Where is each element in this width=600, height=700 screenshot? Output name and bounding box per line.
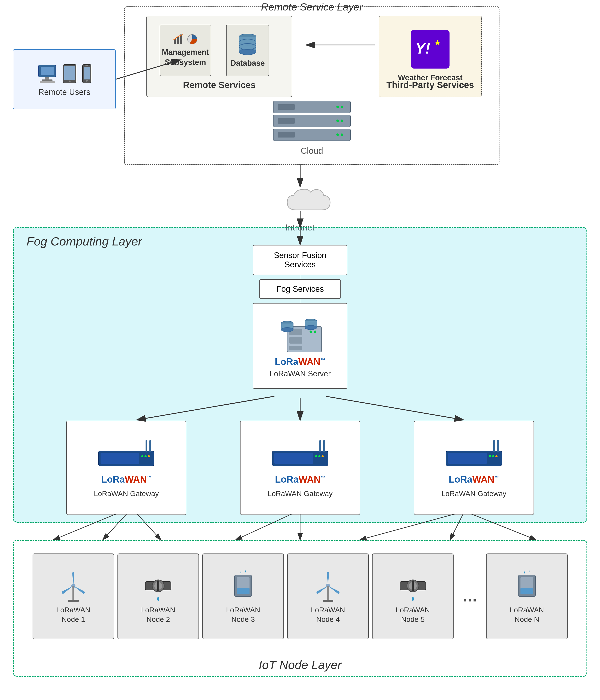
- ellipsis: …: [457, 553, 483, 639]
- sensor-fusion-box: Sensor FusionServices: [253, 245, 347, 275]
- remote-service-layer-label: Remote Service Layer: [261, 1, 363, 13]
- node-box-3: LoRaWANNode 3: [202, 553, 284, 639]
- sensor-fusion-label: Sensor FusionServices: [274, 251, 326, 269]
- mgmt-label: ManagementSubsystem: [162, 47, 209, 68]
- svg-point-65: [489, 455, 491, 457]
- rain-sensor-icon-3: [226, 569, 260, 603]
- svg-rect-57: [323, 440, 325, 452]
- svg-point-52: [144, 455, 147, 457]
- node-box-5: LoRaWANNode 5: [372, 553, 454, 639]
- node-row: LoRaWANNode 1 LoRaWANNode 2: [14, 553, 586, 639]
- flow-sensor-icon-5: [396, 569, 430, 603]
- rain-sensor-icon-n: [510, 569, 544, 603]
- wind-sensor-icon-4: [311, 569, 345, 603]
- svg-rect-80: [322, 600, 333, 602]
- svg-rect-1: [41, 67, 54, 75]
- desktop-icon: [37, 64, 58, 83]
- lorawan-brand-gw1: LoRaWAN™: [101, 474, 151, 485]
- svg-rect-69: [72, 586, 74, 601]
- remote-users-label: Remote Users: [39, 88, 91, 97]
- svg-rect-13: [177, 36, 179, 44]
- svg-rect-38: [289, 346, 302, 350]
- connector1: [300, 275, 300, 279]
- yahoo-logo: Y! ★: [411, 30, 450, 69]
- svg-text:Y!: Y!: [415, 40, 430, 57]
- svg-point-60: [321, 455, 324, 457]
- diagram-container: Remote Users Remote Service Layer: [0, 0, 600, 700]
- database-label: Database: [231, 58, 265, 68]
- connector2: [300, 299, 300, 303]
- management-subsystem-box: ManagementSubsystem: [160, 25, 211, 76]
- database-icon: [237, 32, 258, 58]
- node-box-4: LoRaWANNode 4: [287, 553, 369, 639]
- svg-point-31: [336, 133, 339, 136]
- gateway-router-3: [442, 438, 506, 472]
- svg-point-26: [341, 106, 343, 108]
- svg-rect-87: [521, 588, 533, 594]
- gateway-row: LoRaWAN™ LoRaWAN Gateway LoRaWAN™: [14, 421, 586, 515]
- svg-rect-48: [100, 453, 139, 464]
- lorawan-brand-server: LoRaWAN™: [275, 356, 326, 367]
- database-box: Database: [226, 25, 269, 76]
- node-box-1: LoRaWANNode 1: [32, 553, 114, 639]
- svg-rect-63: [493, 440, 495, 452]
- fog-services-box: Fog Services: [259, 279, 341, 299]
- third-party-services-box: Y! ★ Weather Forecast Third-Party Servic…: [379, 16, 482, 97]
- pie-icon: [187, 33, 198, 45]
- svg-point-10: [86, 80, 88, 82]
- node-box-n: LoRaWANNode N: [486, 553, 568, 639]
- tablet-icon: [62, 64, 77, 83]
- gateway-label-3: LoRaWAN Gateway: [441, 490, 506, 498]
- svg-rect-55: [274, 453, 313, 464]
- svg-point-40: [314, 330, 316, 333]
- node-label-5: LoRaWANNode 5: [396, 605, 430, 624]
- remote-service-layer: Remote Service Layer: [124, 6, 500, 165]
- fog-services-label: Fog Services: [276, 284, 324, 294]
- svg-point-58: [315, 455, 317, 457]
- svg-point-51: [141, 455, 143, 457]
- smartphone-icon: [81, 64, 92, 83]
- chart-icon: [172, 33, 184, 45]
- svg-rect-84: [412, 580, 414, 591]
- svg-point-7: [69, 80, 71, 82]
- gateway-label-1: LoRaWAN Gateway: [94, 490, 159, 498]
- gateway-box-2: LoRaWAN™ LoRaWAN Gateway: [240, 421, 360, 515]
- intranet-cloud-icon: [268, 186, 332, 221]
- svg-rect-14: [180, 34, 182, 44]
- svg-rect-4: [40, 81, 55, 83]
- lorawan-server-label: LoRaWAN Server: [270, 369, 331, 378]
- cloud-section: Cloud: [269, 101, 355, 156]
- remote-services-box: ManagementSubsystem Database Remote Serv…: [146, 16, 292, 97]
- svg-point-59: [318, 455, 320, 457]
- third-party-label: Third-Party Services: [386, 80, 474, 90]
- svg-rect-34: [278, 132, 295, 138]
- svg-point-27: [336, 106, 339, 108]
- node-label-2: LoRaWANNode 2: [141, 605, 175, 624]
- lorawan-brand-gw3: LoRaWAN™: [449, 474, 499, 485]
- svg-rect-32: [278, 104, 295, 110]
- node-box-2: LoRaWANNode 2: [118, 553, 199, 639]
- node-label-4: LoRaWANNode 4: [311, 605, 345, 624]
- cloud-label: Cloud: [301, 146, 323, 156]
- svg-rect-11: [85, 65, 88, 66]
- svg-point-43: [281, 327, 293, 332]
- svg-rect-9: [83, 67, 90, 79]
- svg-rect-70: [68, 600, 79, 602]
- svg-point-66: [492, 455, 494, 457]
- svg-rect-2: [45, 77, 49, 79]
- svg-rect-37: [289, 337, 302, 344]
- gateway-box-1: LoRaWAN™ LoRaWAN Gateway: [66, 421, 186, 515]
- fog-inner-stack: Sensor FusionServices Fog Services: [253, 245, 347, 389]
- svg-rect-3: [42, 79, 52, 81]
- wind-sensor-icon-1: [56, 569, 91, 603]
- svg-point-46: [305, 325, 317, 330]
- node-label-n: LoRaWANNode N: [510, 605, 544, 624]
- lorawan-server-illustration: [270, 314, 330, 356]
- svg-rect-62: [448, 453, 487, 464]
- intranet-section: Intranet: [268, 186, 332, 232]
- flow-sensor-icon-2: [141, 569, 175, 603]
- cloud-servers-icon: [269, 101, 355, 144]
- svg-rect-56: [319, 440, 321, 452]
- gateway-label-2: LoRaWAN Gateway: [268, 490, 333, 498]
- iot-node-layer: LoRaWANNode 1 LoRaWANNode 2: [13, 540, 587, 677]
